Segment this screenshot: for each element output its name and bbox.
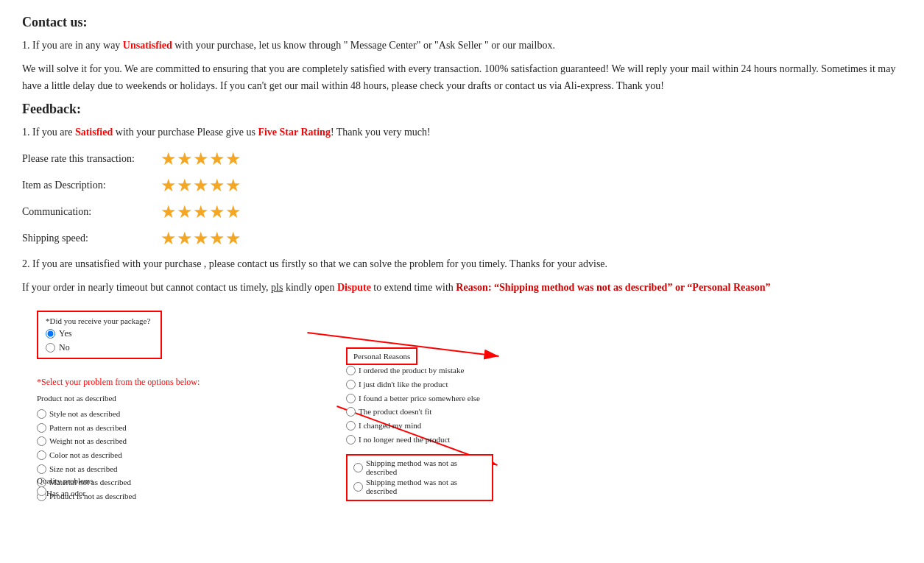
feedback-point2: 2. If you are unsatisfied with your purc… <box>22 256 902 272</box>
shipping-radio-2[interactable] <box>353 482 363 492</box>
mind-radio[interactable] <box>346 421 356 431</box>
dispute-pls: pls <box>271 282 283 293</box>
stars-communication: ★★★★★ <box>161 202 241 222</box>
dispute-reason: Reason: “Shipping method was not as desc… <box>456 282 770 293</box>
rating-row-shipping-speed: Shipping speed: ★★★★★ <box>22 228 902 249</box>
need-radio[interactable] <box>346 435 356 445</box>
select-problem-label: *Select your problem from the options be… <box>37 377 200 388</box>
shipping-not-described-1[interactable]: Shipping method was not as described <box>353 458 486 476</box>
no-longer-need[interactable]: I no longer need the product <box>346 433 480 447</box>
feedback-section: Feedback: 1. If you are Satisfied with y… <box>22 102 902 296</box>
mistake-radio[interactable] <box>346 366 356 375</box>
contact-p1-post: with your purchase, let us know through … <box>172 40 555 51</box>
yes-radio[interactable] <box>46 329 55 339</box>
weight-not-described[interactable]: Weight not as described <box>37 434 136 448</box>
personal-reasons-list: I ordered the product by mistake I just … <box>346 364 480 446</box>
rating-label-communication: Communication: <box>22 206 155 218</box>
stars-description: ★★★★★ <box>161 175 241 196</box>
dispute-mid2: to extend time with <box>371 282 456 293</box>
like-radio[interactable] <box>346 380 356 389</box>
dispute-mid: kindly open <box>283 282 337 293</box>
contact-section: Contact us: 1. If you are in any way Uns… <box>22 15 902 94</box>
fb-p1-pre: 1. If you are <box>22 127 75 138</box>
no-radio[interactable] <box>46 343 55 353</box>
contact-p1-pre: 1. If you are in any way <box>22 40 123 51</box>
quality-section: Quality problems Has an odor <box>37 476 94 498</box>
feedback-dispute: If your order in nearly timeout but cann… <box>22 280 902 296</box>
dispute-keyword: Dispute <box>337 282 371 293</box>
diagram-area: *Did you receive your package? Yes No *S… <box>22 311 902 517</box>
fb-p1-five-star: Five Star Rating <box>258 127 331 138</box>
yes-radio-row[interactable]: Yes <box>46 328 153 339</box>
yes-label: Yes <box>59 328 71 339</box>
shipping-radio-1[interactable] <box>353 463 363 472</box>
pattern-radio[interactable] <box>37 423 46 433</box>
ordered-by-mistake[interactable]: I ordered the product by mistake <box>346 364 480 378</box>
didnt-like[interactable]: I just didn't like the product <box>346 378 480 392</box>
color-radio[interactable] <box>37 450 46 460</box>
weight-radio[interactable] <box>37 436 46 446</box>
stars-transaction: ★★★★★ <box>161 149 241 169</box>
size-radio[interactable] <box>37 464 46 474</box>
color-not-described[interactable]: Color not as described <box>37 448 136 462</box>
better-price[interactable]: I found a better price somewhere else <box>346 392 480 406</box>
has-odor-item[interactable]: Has an odor <box>37 486 94 498</box>
rating-label-description: Item as Description: <box>22 180 155 191</box>
size-not-described[interactable]: Size not as described <box>37 462 136 476</box>
style-not-described[interactable]: Style not as described <box>37 407 136 421</box>
rating-row-communication: Communication: ★★★★★ <box>22 202 902 222</box>
personal-reasons-label: Personal Reasons <box>353 352 410 361</box>
fit-radio[interactable] <box>346 407 356 417</box>
price-radio[interactable] <box>346 394 356 403</box>
did-you-label: *Did you receive your package? <box>46 316 153 325</box>
stars-shipping-speed: ★★★★★ <box>161 228 241 249</box>
pattern-not-described[interactable]: Pattern not as described <box>37 421 136 435</box>
contact-p1-red: Unsatisfied <box>123 40 172 51</box>
rating-row-description: Item as Description: ★★★★★ <box>22 175 902 196</box>
no-radio-row[interactable]: No <box>46 342 153 353</box>
contact-title: Contact us: <box>22 15 902 30</box>
personal-reasons-box: Personal Reasons <box>346 347 417 365</box>
style-radio[interactable] <box>37 409 46 419</box>
fb-p1-post: ! Thank you very much! <box>331 127 431 138</box>
rating-label-transaction: Please rate this transaction: <box>22 153 155 165</box>
changed-mind[interactable]: I changed my mind <box>346 419 480 433</box>
ratings-container: Please rate this transaction: ★★★★★ Item… <box>22 149 902 249</box>
fb-p1-satisfied: Satisfied <box>75 127 113 138</box>
contact-point1: 1. If you are in any way Unsatisfied wit… <box>22 38 902 54</box>
rating-row-transaction: Please rate this transaction: ★★★★★ <box>22 149 902 169</box>
shipping-not-described-2[interactable]: Shipping method was not as described <box>353 478 486 495</box>
dispute-pre: If your order in nearly timeout but cann… <box>22 282 271 293</box>
did-you-receive-box: *Did you receive your package? Yes No <box>37 311 162 359</box>
shipping-method-box: Shipping method was not as described Shi… <box>346 454 493 501</box>
feedback-point1: 1. If you are Satisfied with your purcha… <box>22 124 902 141</box>
contact-point2: We will solve it for you. We are committ… <box>22 61 902 94</box>
fb-p1-mid: with your purchase Please give us <box>113 127 258 138</box>
product-not-described-label: Product not as described <box>37 392 136 406</box>
odor-radio[interactable] <box>37 486 46 496</box>
feedback-title: Feedback: <box>22 102 902 117</box>
doesnt-fit[interactable]: The product doesn't fit <box>346 405 480 419</box>
quality-label: Quality problems <box>37 476 94 485</box>
no-label: No <box>59 342 70 353</box>
rating-label-shipping-speed: Shipping speed: <box>22 233 155 244</box>
